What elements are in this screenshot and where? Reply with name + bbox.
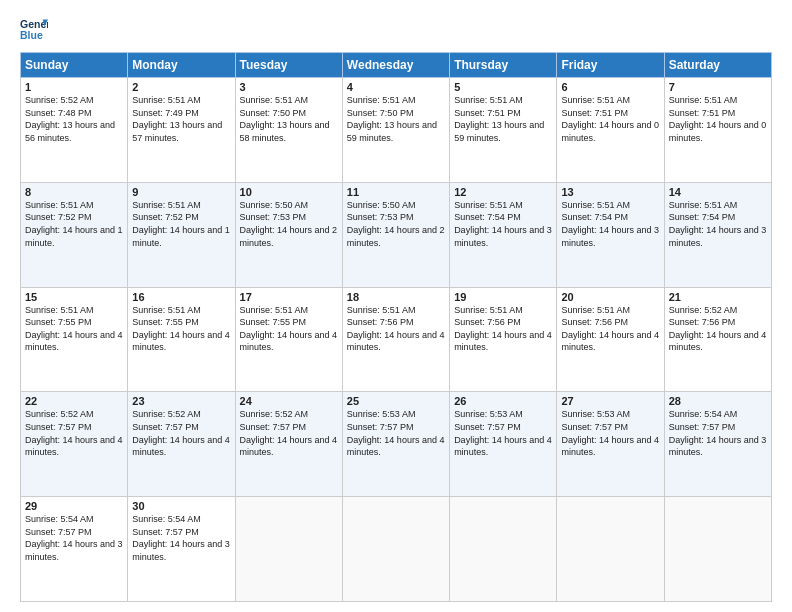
- sunset-label: Sunset: 7:50 PM: [347, 108, 414, 118]
- svg-text:Blue: Blue: [20, 29, 43, 41]
- day-number: 14: [669, 186, 767, 198]
- day-number: 25: [347, 395, 445, 407]
- day-number: 16: [132, 291, 230, 303]
- day-number: 10: [240, 186, 338, 198]
- sunset-label: Sunset: 7:49 PM: [132, 108, 199, 118]
- daylight-label: Daylight: 14 hours and 4 minutes.: [132, 330, 230, 353]
- day-info: Sunrise: 5:51 AM Sunset: 7:54 PM Dayligh…: [561, 199, 659, 249]
- day-info: Sunrise: 5:51 AM Sunset: 7:56 PM Dayligh…: [454, 304, 552, 354]
- calendar-table: Sunday Monday Tuesday Wednesday Thursday…: [20, 52, 772, 602]
- sunrise-label: Sunrise: 5:51 AM: [25, 305, 94, 315]
- table-row: 19 Sunrise: 5:51 AM Sunset: 7:56 PM Dayl…: [450, 287, 557, 392]
- day-number: 7: [669, 81, 767, 93]
- daylight-label: Daylight: 13 hours and 58 minutes.: [240, 120, 330, 143]
- daylight-label: Daylight: 13 hours and 57 minutes.: [132, 120, 222, 143]
- daylight-label: Daylight: 14 hours and 4 minutes.: [669, 330, 767, 353]
- sunset-label: Sunset: 7:56 PM: [669, 317, 736, 327]
- table-row: 6 Sunrise: 5:51 AM Sunset: 7:51 PM Dayli…: [557, 78, 664, 183]
- col-saturday: Saturday: [664, 53, 771, 78]
- header: General Blue: [20, 16, 772, 44]
- sunrise-label: Sunrise: 5:54 AM: [25, 514, 94, 524]
- table-row: [557, 497, 664, 602]
- day-number: 3: [240, 81, 338, 93]
- calendar-header-row: Sunday Monday Tuesday Wednesday Thursday…: [21, 53, 772, 78]
- sunrise-label: Sunrise: 5:53 AM: [347, 409, 416, 419]
- sunset-label: Sunset: 7:55 PM: [132, 317, 199, 327]
- col-thursday: Thursday: [450, 53, 557, 78]
- day-info: Sunrise: 5:51 AM Sunset: 7:50 PM Dayligh…: [347, 94, 445, 144]
- daylight-label: Daylight: 14 hours and 4 minutes.: [347, 330, 445, 353]
- sunset-label: Sunset: 7:56 PM: [561, 317, 628, 327]
- day-info: Sunrise: 5:54 AM Sunset: 7:57 PM Dayligh…: [132, 513, 230, 563]
- day-number: 30: [132, 500, 230, 512]
- sunrise-label: Sunrise: 5:54 AM: [132, 514, 201, 524]
- sunrise-label: Sunrise: 5:51 AM: [454, 305, 523, 315]
- day-number: 21: [669, 291, 767, 303]
- table-row: 9 Sunrise: 5:51 AM Sunset: 7:52 PM Dayli…: [128, 182, 235, 287]
- daylight-label: Daylight: 14 hours and 0 minutes.: [669, 120, 767, 143]
- sunset-label: Sunset: 7:56 PM: [347, 317, 414, 327]
- daylight-label: Daylight: 14 hours and 4 minutes.: [132, 435, 230, 458]
- day-number: 6: [561, 81, 659, 93]
- sunrise-label: Sunrise: 5:51 AM: [240, 95, 309, 105]
- sunrise-label: Sunrise: 5:52 AM: [25, 95, 94, 105]
- sunrise-label: Sunrise: 5:52 AM: [240, 409, 309, 419]
- logo: General Blue: [20, 16, 50, 44]
- table-row: 7 Sunrise: 5:51 AM Sunset: 7:51 PM Dayli…: [664, 78, 771, 183]
- table-row: [450, 497, 557, 602]
- daylight-label: Daylight: 14 hours and 4 minutes.: [240, 435, 338, 458]
- col-sunday: Sunday: [21, 53, 128, 78]
- day-number: 15: [25, 291, 123, 303]
- daylight-label: Daylight: 14 hours and 4 minutes.: [454, 330, 552, 353]
- sunset-label: Sunset: 7:57 PM: [25, 422, 92, 432]
- day-number: 29: [25, 500, 123, 512]
- table-row: 5 Sunrise: 5:51 AM Sunset: 7:51 PM Dayli…: [450, 78, 557, 183]
- sunrise-label: Sunrise: 5:51 AM: [561, 95, 630, 105]
- sunrise-label: Sunrise: 5:51 AM: [132, 95, 201, 105]
- table-row: 15 Sunrise: 5:51 AM Sunset: 7:55 PM Dayl…: [21, 287, 128, 392]
- day-info: Sunrise: 5:50 AM Sunset: 7:53 PM Dayligh…: [347, 199, 445, 249]
- calendar-week-row: 8 Sunrise: 5:51 AM Sunset: 7:52 PM Dayli…: [21, 182, 772, 287]
- day-info: Sunrise: 5:51 AM Sunset: 7:55 PM Dayligh…: [240, 304, 338, 354]
- day-info: Sunrise: 5:51 AM Sunset: 7:51 PM Dayligh…: [561, 94, 659, 144]
- daylight-label: Daylight: 14 hours and 3 minutes.: [669, 225, 767, 248]
- sunrise-label: Sunrise: 5:52 AM: [669, 305, 738, 315]
- day-number: 19: [454, 291, 552, 303]
- daylight-label: Daylight: 14 hours and 1 minute.: [25, 225, 123, 248]
- day-number: 9: [132, 186, 230, 198]
- table-row: 3 Sunrise: 5:51 AM Sunset: 7:50 PM Dayli…: [235, 78, 342, 183]
- day-number: 8: [25, 186, 123, 198]
- calendar-week-row: 29 Sunrise: 5:54 AM Sunset: 7:57 PM Dayl…: [21, 497, 772, 602]
- day-number: 23: [132, 395, 230, 407]
- table-row: 25 Sunrise: 5:53 AM Sunset: 7:57 PM Dayl…: [342, 392, 449, 497]
- table-row: 29 Sunrise: 5:54 AM Sunset: 7:57 PM Dayl…: [21, 497, 128, 602]
- table-row: 13 Sunrise: 5:51 AM Sunset: 7:54 PM Dayl…: [557, 182, 664, 287]
- sunset-label: Sunset: 7:57 PM: [347, 422, 414, 432]
- calendar-week-row: 1 Sunrise: 5:52 AM Sunset: 7:48 PM Dayli…: [21, 78, 772, 183]
- sunrise-label: Sunrise: 5:51 AM: [347, 305, 416, 315]
- table-row: 12 Sunrise: 5:51 AM Sunset: 7:54 PM Dayl…: [450, 182, 557, 287]
- day-info: Sunrise: 5:51 AM Sunset: 7:54 PM Dayligh…: [454, 199, 552, 249]
- logo-icon: General Blue: [20, 16, 48, 44]
- sunset-label: Sunset: 7:52 PM: [132, 212, 199, 222]
- day-number: 22: [25, 395, 123, 407]
- table-row: 27 Sunrise: 5:53 AM Sunset: 7:57 PM Dayl…: [557, 392, 664, 497]
- daylight-label: Daylight: 14 hours and 4 minutes.: [561, 435, 659, 458]
- daylight-label: Daylight: 14 hours and 4 minutes.: [25, 435, 123, 458]
- col-monday: Monday: [128, 53, 235, 78]
- day-info: Sunrise: 5:53 AM Sunset: 7:57 PM Dayligh…: [561, 408, 659, 458]
- day-info: Sunrise: 5:51 AM Sunset: 7:51 PM Dayligh…: [454, 94, 552, 144]
- table-row: 14 Sunrise: 5:51 AM Sunset: 7:54 PM Dayl…: [664, 182, 771, 287]
- day-number: 17: [240, 291, 338, 303]
- daylight-label: Daylight: 14 hours and 4 minutes.: [561, 330, 659, 353]
- day-number: 4: [347, 81, 445, 93]
- day-info: Sunrise: 5:51 AM Sunset: 7:50 PM Dayligh…: [240, 94, 338, 144]
- day-info: Sunrise: 5:51 AM Sunset: 7:49 PM Dayligh…: [132, 94, 230, 144]
- daylight-label: Daylight: 14 hours and 2 minutes.: [240, 225, 338, 248]
- day-info: Sunrise: 5:52 AM Sunset: 7:56 PM Dayligh…: [669, 304, 767, 354]
- day-info: Sunrise: 5:53 AM Sunset: 7:57 PM Dayligh…: [347, 408, 445, 458]
- sunset-label: Sunset: 7:55 PM: [240, 317, 307, 327]
- sunset-label: Sunset: 7:54 PM: [561, 212, 628, 222]
- sunset-label: Sunset: 7:57 PM: [25, 527, 92, 537]
- table-row: 23 Sunrise: 5:52 AM Sunset: 7:57 PM Dayl…: [128, 392, 235, 497]
